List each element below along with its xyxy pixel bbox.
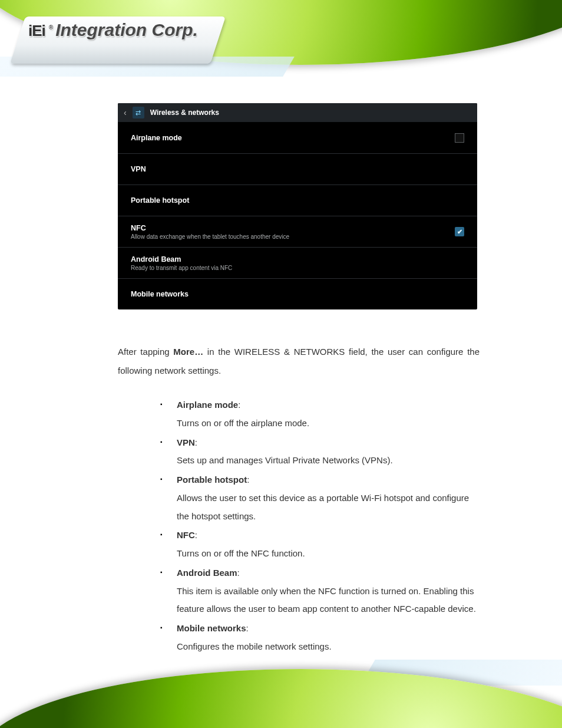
item-title: Airplane mode xyxy=(177,400,238,410)
list-item: Mobile networks: Configures the mobile n… xyxy=(160,620,480,656)
item-sep: : xyxy=(195,437,197,447)
list-item: VPN: Sets up and manages Virtual Private… xyxy=(160,434,480,470)
settings-description-list: Airplane mode: Turns on or off the airpl… xyxy=(160,396,480,656)
item-desc: Turns on or off the airplane mode. xyxy=(177,414,480,433)
item-title: NFC xyxy=(177,530,195,540)
android-action-bar: ‹ ⇄ Wireless & networks xyxy=(118,103,477,123)
android-screen-title: Wireless & networks xyxy=(150,108,219,117)
item-sep: : xyxy=(238,400,240,410)
item-sep: : xyxy=(237,568,240,578)
intro-paragraph: After tapping More… in the WIRELESS & NE… xyxy=(118,342,480,380)
list-item: NFC: Turns on or off the NFC function. xyxy=(160,526,480,563)
setting-sublabel: Allow data exchange when the tablet touc… xyxy=(131,233,289,240)
setting-row-vpn[interactable]: VPN xyxy=(118,154,477,185)
android-settings-screenshot: ‹ ⇄ Wireless & networks Airplane mode VP… xyxy=(118,103,477,309)
item-desc: Allows the user to set this device as a … xyxy=(177,489,480,526)
settings-sliders-icon: ⇄ xyxy=(133,107,144,118)
back-icon[interactable]: ‹ xyxy=(124,108,127,117)
setting-label: VPN xyxy=(131,165,146,173)
checkbox-unchecked-icon[interactable] xyxy=(455,133,464,143)
setting-label: Portable hotspot xyxy=(131,196,189,205)
list-item: Android Beam: This item is available onl… xyxy=(160,564,480,618)
item-title: Mobile networks xyxy=(177,623,246,633)
item-desc: Sets up and manages Virtual Private Netw… xyxy=(177,452,480,470)
setting-row-mobile-networks[interactable]: Mobile networks xyxy=(118,279,477,309)
setting-label: Mobile networks xyxy=(131,290,189,298)
item-sep: : xyxy=(246,623,249,633)
setting-row-airplane-mode[interactable]: Airplane mode xyxy=(118,123,477,154)
setting-row-portable-hotspot[interactable]: Portable hotspot xyxy=(118,185,477,216)
checkbox-checked-icon[interactable]: ✔ xyxy=(455,227,464,236)
setting-row-android-beam[interactable]: Android Beam Ready to transmit app conte… xyxy=(118,248,477,279)
setting-row-nfc[interactable]: NFC Allow data exchange when the tablet … xyxy=(118,216,477,248)
item-title: Portable hotspot xyxy=(177,475,247,485)
list-item: Airplane mode: Turns on or off the airpl… xyxy=(160,396,480,433)
setting-label: NFC xyxy=(131,224,289,232)
para-bold: More… xyxy=(173,347,203,357)
para-pre: After tapping xyxy=(118,347,173,357)
item-desc: This item is available only when the NFC… xyxy=(177,582,480,619)
item-sep: : xyxy=(247,475,249,485)
item-title: VPN xyxy=(177,437,195,447)
setting-label: Airplane mode xyxy=(131,134,182,142)
setting-sublabel: Ready to transmit app content via NFC xyxy=(131,265,232,271)
item-desc: Turns on or off the NFC function. xyxy=(177,545,480,563)
item-title: Android Beam xyxy=(177,568,237,578)
list-item: Portable hotspot: Allows the user to set… xyxy=(160,471,480,525)
item-sep: : xyxy=(195,530,197,540)
setting-label: Android Beam xyxy=(131,255,232,263)
item-desc: Configures the mobile network settings. xyxy=(177,638,480,656)
